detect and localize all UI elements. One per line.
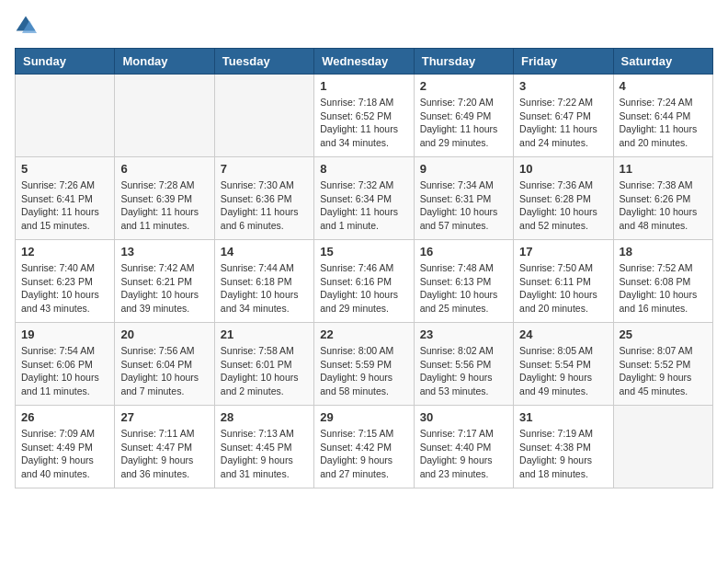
calendar-cell: 31Sunrise: 7:19 AMSunset: 4:38 PMDayligh… bbox=[514, 406, 613, 488]
day-number: 25 bbox=[620, 327, 707, 341]
calendar-table: SundayMondayTuesdayWednesdayThursdayFrid… bbox=[15, 48, 713, 488]
day-info: Sunrise: 7:19 AMSunset: 4:38 PMDaylight:… bbox=[519, 427, 607, 481]
calendar-cell bbox=[214, 75, 313, 157]
calendar-cell: 22Sunrise: 8:00 AMSunset: 5:59 PMDayligh… bbox=[314, 323, 414, 406]
day-info: Sunrise: 7:52 AMSunset: 6:08 PMDaylight:… bbox=[620, 261, 707, 316]
day-number: 27 bbox=[120, 410, 208, 424]
calendar-cell bbox=[613, 406, 712, 488]
day-info: Sunrise: 7:42 AMSunset: 6:21 PMDaylight:… bbox=[120, 261, 208, 316]
day-number: 10 bbox=[519, 162, 607, 176]
day-number: 1 bbox=[320, 79, 407, 93]
calendar-cell: 15Sunrise: 7:46 AMSunset: 6:16 PMDayligh… bbox=[314, 240, 414, 323]
day-number: 31 bbox=[519, 410, 607, 424]
calendar-cell: 5Sunrise: 7:26 AMSunset: 6:41 PMDaylight… bbox=[16, 157, 115, 240]
calendar-cell: 10Sunrise: 7:36 AMSunset: 6:28 PMDayligh… bbox=[514, 157, 613, 240]
day-info: Sunrise: 7:46 AMSunset: 6:16 PMDaylight:… bbox=[320, 261, 407, 316]
day-info: Sunrise: 7:18 AMSunset: 6:52 PMDaylight:… bbox=[320, 96, 407, 150]
calendar-cell: 23Sunrise: 8:02 AMSunset: 5:56 PMDayligh… bbox=[414, 323, 513, 406]
day-number: 16 bbox=[420, 245, 507, 259]
week-row-2: 5Sunrise: 7:26 AMSunset: 6:41 PMDaylight… bbox=[16, 157, 713, 240]
day-number: 22 bbox=[320, 327, 407, 341]
day-info: Sunrise: 7:40 AMSunset: 6:23 PMDaylight:… bbox=[21, 261, 108, 316]
calendar-cell: 6Sunrise: 7:28 AMSunset: 6:39 PMDaylight… bbox=[115, 157, 214, 240]
calendar-cell: 11Sunrise: 7:38 AMSunset: 6:26 PMDayligh… bbox=[613, 157, 712, 240]
day-number: 12 bbox=[21, 245, 108, 259]
day-info: Sunrise: 7:28 AMSunset: 6:39 PMDaylight:… bbox=[120, 178, 208, 233]
day-number: 6 bbox=[120, 162, 208, 176]
day-info: Sunrise: 7:36 AMSunset: 6:28 PMDaylight:… bbox=[519, 178, 607, 233]
calendar-cell: 25Sunrise: 8:07 AMSunset: 5:52 PMDayligh… bbox=[613, 323, 712, 406]
logo-icon bbox=[15, 15, 37, 37]
day-info: Sunrise: 7:30 AMSunset: 6:36 PMDaylight:… bbox=[221, 178, 308, 233]
day-info: Sunrise: 8:07 AMSunset: 5:52 PMDaylight:… bbox=[620, 344, 707, 398]
day-header-wednesday: Wednesday bbox=[314, 49, 414, 75]
logo bbox=[15, 15, 40, 37]
calendar-header: SundayMondayTuesdayWednesdayThursdayFrid… bbox=[16, 49, 713, 75]
day-number: 4 bbox=[620, 79, 707, 93]
day-info: Sunrise: 7:13 AMSunset: 4:45 PMDaylight:… bbox=[221, 427, 308, 481]
day-info: Sunrise: 8:00 AMSunset: 5:59 PMDaylight:… bbox=[320, 344, 407, 398]
day-number: 24 bbox=[519, 327, 607, 341]
day-header-saturday: Saturday bbox=[613, 49, 712, 75]
week-row-3: 12Sunrise: 7:40 AMSunset: 6:23 PMDayligh… bbox=[16, 240, 713, 323]
day-number: 14 bbox=[221, 245, 308, 259]
day-header-monday: Monday bbox=[115, 49, 214, 75]
calendar-cell: 8Sunrise: 7:32 AMSunset: 6:34 PMDaylight… bbox=[314, 157, 414, 240]
day-header-friday: Friday bbox=[514, 49, 613, 75]
week-row-5: 26Sunrise: 7:09 AMSunset: 4:49 PMDayligh… bbox=[16, 406, 713, 488]
calendar-cell: 17Sunrise: 7:50 AMSunset: 6:11 PMDayligh… bbox=[514, 240, 613, 323]
calendar-cell: 13Sunrise: 7:42 AMSunset: 6:21 PMDayligh… bbox=[115, 240, 214, 323]
day-number: 26 bbox=[21, 410, 108, 424]
calendar-cell: 28Sunrise: 7:13 AMSunset: 4:45 PMDayligh… bbox=[214, 406, 313, 488]
day-number: 3 bbox=[519, 79, 607, 93]
day-info: Sunrise: 7:34 AMSunset: 6:31 PMDaylight:… bbox=[420, 178, 507, 233]
calendar-cell: 16Sunrise: 7:48 AMSunset: 6:13 PMDayligh… bbox=[414, 240, 513, 323]
day-info: Sunrise: 7:44 AMSunset: 6:18 PMDaylight:… bbox=[221, 261, 308, 316]
calendar-cell: 18Sunrise: 7:52 AMSunset: 6:08 PMDayligh… bbox=[613, 240, 712, 323]
day-number: 9 bbox=[420, 162, 507, 176]
calendar-cell bbox=[115, 75, 214, 157]
calendar-cell: 12Sunrise: 7:40 AMSunset: 6:23 PMDayligh… bbox=[16, 240, 115, 323]
day-number: 5 bbox=[21, 162, 108, 176]
day-number: 15 bbox=[320, 245, 407, 259]
day-info: Sunrise: 7:48 AMSunset: 6:13 PMDaylight:… bbox=[420, 261, 507, 316]
day-number: 29 bbox=[320, 410, 407, 424]
day-number: 20 bbox=[120, 327, 208, 341]
header-row: SundayMondayTuesdayWednesdayThursdayFrid… bbox=[16, 49, 713, 75]
day-number: 7 bbox=[221, 162, 308, 176]
calendar-cell: 2Sunrise: 7:20 AMSunset: 6:49 PMDaylight… bbox=[414, 75, 513, 157]
day-info: Sunrise: 7:09 AMSunset: 4:49 PMDaylight:… bbox=[21, 427, 108, 481]
week-row-1: 1Sunrise: 7:18 AMSunset: 6:52 PMDaylight… bbox=[16, 75, 713, 157]
day-info: Sunrise: 8:05 AMSunset: 5:54 PMDaylight:… bbox=[519, 344, 607, 398]
day-info: Sunrise: 7:20 AMSunset: 6:49 PMDaylight:… bbox=[420, 96, 507, 150]
calendar-cell: 30Sunrise: 7:17 AMSunset: 4:40 PMDayligh… bbox=[414, 406, 513, 488]
day-info: Sunrise: 7:26 AMSunset: 6:41 PMDaylight:… bbox=[21, 178, 108, 233]
day-info: Sunrise: 7:17 AMSunset: 4:40 PMDaylight:… bbox=[420, 427, 507, 481]
day-info: Sunrise: 7:54 AMSunset: 6:06 PMDaylight:… bbox=[21, 344, 108, 398]
calendar-cell: 4Sunrise: 7:24 AMSunset: 6:44 PMDaylight… bbox=[613, 75, 712, 157]
calendar-cell: 9Sunrise: 7:34 AMSunset: 6:31 PMDaylight… bbox=[414, 157, 513, 240]
day-info: Sunrise: 8:02 AMSunset: 5:56 PMDaylight:… bbox=[420, 344, 507, 398]
calendar-cell: 29Sunrise: 7:15 AMSunset: 4:42 PMDayligh… bbox=[314, 406, 414, 488]
calendar-cell: 14Sunrise: 7:44 AMSunset: 6:18 PMDayligh… bbox=[214, 240, 313, 323]
calendar-cell: 26Sunrise: 7:09 AMSunset: 4:49 PMDayligh… bbox=[16, 406, 115, 488]
day-number: 11 bbox=[620, 162, 707, 176]
calendar-cell: 27Sunrise: 7:11 AMSunset: 4:47 PMDayligh… bbox=[115, 406, 214, 488]
calendar-cell bbox=[16, 75, 115, 157]
day-info: Sunrise: 7:24 AMSunset: 6:44 PMDaylight:… bbox=[620, 96, 707, 150]
day-info: Sunrise: 7:15 AMSunset: 4:42 PMDaylight:… bbox=[320, 427, 407, 481]
week-row-4: 19Sunrise: 7:54 AMSunset: 6:06 PMDayligh… bbox=[16, 323, 713, 406]
day-info: Sunrise: 7:32 AMSunset: 6:34 PMDaylight:… bbox=[320, 178, 407, 233]
day-number: 8 bbox=[320, 162, 407, 176]
day-info: Sunrise: 7:11 AMSunset: 4:47 PMDaylight:… bbox=[120, 427, 208, 481]
day-number: 30 bbox=[420, 410, 507, 424]
day-number: 19 bbox=[21, 327, 108, 341]
calendar-body: 1Sunrise: 7:18 AMSunset: 6:52 PMDaylight… bbox=[16, 75, 713, 488]
day-header-tuesday: Tuesday bbox=[214, 49, 313, 75]
calendar-cell: 19Sunrise: 7:54 AMSunset: 6:06 PMDayligh… bbox=[16, 323, 115, 406]
day-info: Sunrise: 7:22 AMSunset: 6:47 PMDaylight:… bbox=[519, 96, 607, 150]
day-number: 23 bbox=[420, 327, 507, 341]
day-header-thursday: Thursday bbox=[414, 49, 513, 75]
day-number: 28 bbox=[221, 410, 308, 424]
day-number: 13 bbox=[120, 245, 208, 259]
